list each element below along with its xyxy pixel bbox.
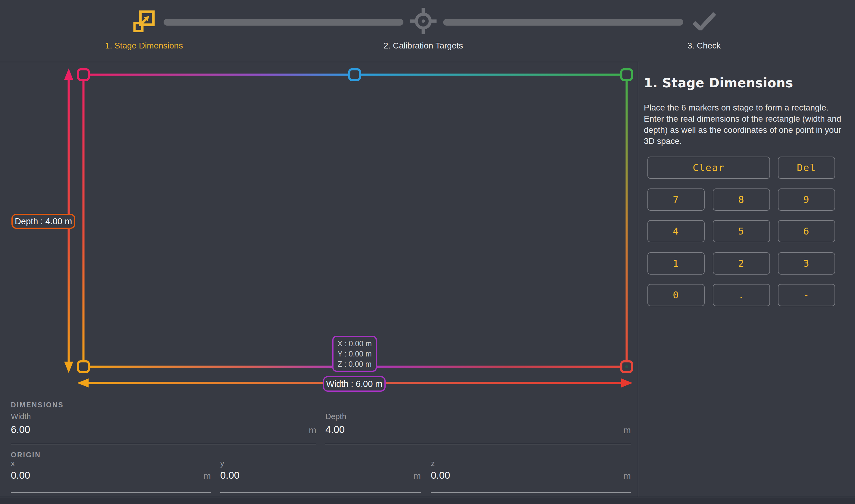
check-icon [692, 6, 716, 36]
resize-icon [133, 6, 155, 36]
panel-description: Place the 6 markers on stage to form a r… [644, 102, 841, 147]
stage-canvas [0, 62, 638, 397]
depth-field-value[interactable]: 4.00 [325, 424, 345, 435]
keypad-key-6[interactable]: 6 [778, 220, 835, 242]
width-field[interactable]: Width 6.00 m [11, 412, 316, 444]
width-field-unit: m [309, 425, 316, 435]
keypad-key-1[interactable]: 1 [647, 252, 705, 274]
panel-title: 1. Stage Dimensions [644, 76, 793, 90]
bottom-strip [0, 497, 855, 504]
step-stage-dimensions[interactable]: 1. Stage Dimensions [84, 6, 204, 51]
depth-field[interactable]: Depth 4.00 m [325, 412, 631, 444]
step-check[interactable]: 3. Check [644, 6, 764, 51]
depth-dimension-label: Depth : 4.00 m [12, 214, 75, 229]
origin-z-field[interactable]: z 0.00 m [431, 459, 631, 492]
origin-y-line: Y : 0.00 m [337, 349, 372, 359]
keypad-key-0[interactable]: 0 [647, 284, 705, 306]
keypad-key-9[interactable]: 9 [778, 188, 835, 211]
origin-x-field[interactable]: x 0.00 m [11, 459, 211, 492]
origin-z-label: z [431, 459, 435, 468]
origin-z-unit: m [623, 471, 631, 481]
origin-section-header: ORIGIN [11, 451, 41, 459]
keypad-key-4[interactable]: 4 [647, 220, 705, 242]
origin-z-underline [431, 492, 631, 492]
marker-top-left[interactable] [78, 69, 89, 80]
step-calibration-targets[interactable]: 2. Calibration Targets [363, 6, 484, 51]
stage-calibration-app: 1. Stage Dimensions 2. Calibration Targe… [0, 0, 855, 504]
origin-x-unit: m [203, 471, 211, 481]
keypad-key-5[interactable]: 5 [713, 220, 770, 242]
depth-field-underline [325, 444, 631, 444]
origin-x-label: x [11, 459, 15, 468]
width-field-label: Width [11, 412, 31, 421]
origin-y-label: y [220, 459, 224, 468]
step-label-1: 1. Stage Dimensions [105, 41, 183, 51]
origin-x-value[interactable]: 0.00 [11, 470, 30, 481]
origin-y-underline [220, 492, 421, 492]
origin-point-dot [625, 365, 628, 368]
width-field-underline [11, 444, 316, 444]
marker-bottom-left[interactable] [78, 361, 89, 372]
dimensions-section-header: DIMENSIONS [11, 401, 64, 409]
marker-top-middle[interactable] [349, 69, 360, 80]
keypad-key-dot[interactable]: . [713, 284, 770, 306]
marker-top-right[interactable] [621, 69, 632, 80]
origin-y-value[interactable]: 0.00 [220, 470, 240, 481]
keypad-key-8[interactable]: 8 [713, 188, 770, 211]
keypad-clear-button[interactable]: Clear [647, 157, 770, 179]
keypad-key-minus[interactable]: - [778, 284, 835, 306]
origin-y-unit: m [413, 471, 421, 481]
side-panel: 1. Stage Dimensions Place the 6 markers … [639, 62, 855, 497]
keypad-key-7[interactable]: 7 [647, 188, 705, 211]
origin-z-line: Z : 0.00 m [338, 359, 372, 369]
origin-z-value[interactable]: 0.00 [431, 470, 450, 481]
width-dimension-label: Width : 6.00 m [323, 376, 386, 392]
origin-y-field[interactable]: y 0.00 m [220, 459, 421, 492]
width-field-value[interactable]: 6.00 [11, 424, 30, 435]
step-label-2: 2. Calibration Targets [384, 41, 463, 51]
target-icon [410, 6, 437, 36]
origin-coordinates-label: X : 0.00 m Y : 0.00 m Z : 0.00 m [332, 336, 377, 372]
origin-x-underline [11, 492, 211, 492]
keypad-del-button[interactable]: Del [778, 157, 835, 179]
origin-x-line: X : 0.00 m [337, 338, 372, 349]
keypad-key-2[interactable]: 2 [713, 252, 770, 274]
step-label-3: 3. Check [687, 41, 721, 51]
depth-field-label: Depth [325, 412, 346, 421]
keypad-key-3[interactable]: 3 [778, 252, 835, 274]
depth-field-unit: m [623, 425, 631, 435]
stage-rectangle [84, 75, 627, 367]
